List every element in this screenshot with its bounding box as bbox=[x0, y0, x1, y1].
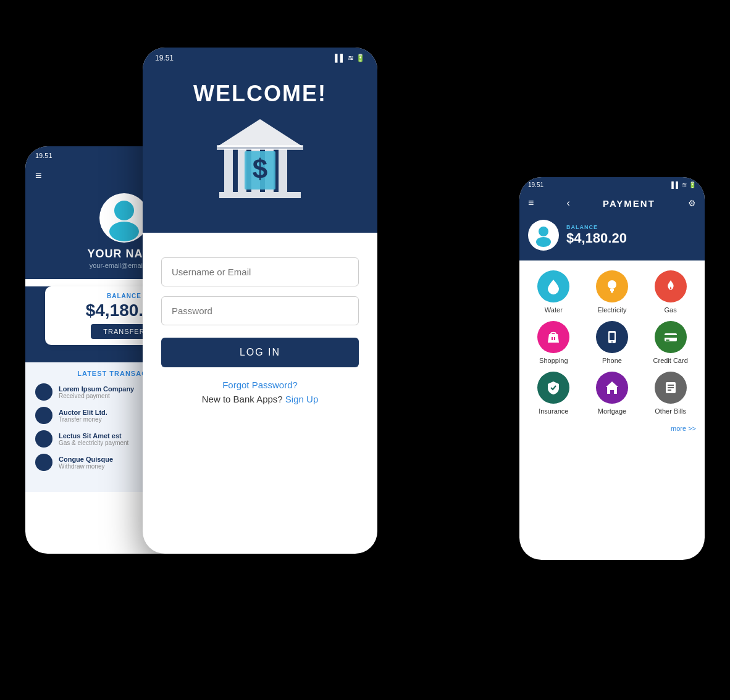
time-left: 19.51 bbox=[35, 152, 52, 159]
bank-icon: $ bbox=[211, 113, 309, 214]
more-link-right[interactable]: more >> bbox=[519, 425, 705, 438]
tx-dot bbox=[35, 454, 52, 471]
svg-rect-7 bbox=[279, 149, 287, 192]
phone-payment: 19.51 ▌▌ ≋ 🔋 ≡ ‹ PAYMENT ⚙ BALANCE $4,18… bbox=[519, 177, 705, 560]
avatar-left bbox=[99, 193, 149, 243]
balance-label-right: BALANCE bbox=[566, 224, 627, 230]
svg-rect-8 bbox=[219, 192, 301, 198]
svg-rect-16 bbox=[611, 291, 613, 293]
status-bar-right: 19.51 ▌▌ ≋ 🔋 bbox=[519, 177, 705, 193]
payment-title: PAYMENT bbox=[603, 198, 655, 209]
payment-item-insurance[interactable]: Insurance bbox=[526, 372, 582, 415]
payment-grid: Water Electricity bbox=[519, 260, 705, 425]
phone-login: 19.51 ▌▌ ≋ 🔋 WELCOME! bbox=[143, 48, 377, 554]
svg-point-21 bbox=[611, 341, 613, 343]
svg-rect-20 bbox=[610, 333, 615, 340]
credit-card-label: Credit Card bbox=[653, 357, 688, 364]
phone-icon bbox=[596, 321, 628, 353]
payment-item-water[interactable]: Water bbox=[526, 270, 582, 314]
svg-marker-25 bbox=[606, 381, 618, 387]
gear-icon-right[interactable]: ⚙ bbox=[688, 198, 696, 208]
insurance-label: Insurance bbox=[539, 407, 568, 415]
new-to-bank-text: New to Bank Apps? bbox=[202, 394, 283, 404]
tx-dot bbox=[35, 407, 52, 424]
svg-rect-27 bbox=[610, 390, 614, 394]
payment-item-phone[interactable]: Phone bbox=[584, 321, 640, 364]
time-center: 19.51 bbox=[155, 54, 174, 62]
svg-rect-18 bbox=[554, 337, 555, 340]
back-icon[interactable]: ‹ bbox=[567, 198, 570, 209]
water-icon bbox=[537, 270, 569, 302]
mortgage-icon bbox=[596, 372, 628, 404]
welcome-header: WELCOME! $ bbox=[143, 69, 377, 233]
svg-point-1 bbox=[109, 222, 139, 241]
svg-rect-17 bbox=[552, 337, 553, 340]
svg-text:$: $ bbox=[253, 154, 267, 184]
mortgage-label: Mortgage bbox=[598, 407, 626, 415]
svg-point-14 bbox=[608, 280, 616, 289]
svg-rect-3 bbox=[224, 149, 233, 192]
signup-link[interactable]: Sign Up bbox=[285, 394, 318, 404]
tx-dot bbox=[35, 430, 52, 448]
electricity-icon bbox=[596, 270, 628, 302]
payment-item-shopping[interactable]: Shopping bbox=[526, 321, 582, 364]
svg-point-13 bbox=[536, 237, 551, 247]
svg-rect-23 bbox=[665, 335, 677, 338]
svg-rect-24 bbox=[666, 340, 669, 341]
hamburger-icon[interactable]: ≡ bbox=[35, 169, 42, 182]
svg-point-12 bbox=[539, 227, 548, 236]
payment-nav: ≡ ‹ PAYMENT ⚙ bbox=[519, 193, 705, 214]
gas-label: Gas bbox=[665, 306, 677, 314]
payment-balance-header: BALANCE $4,180.20 bbox=[519, 214, 705, 260]
svg-point-0 bbox=[114, 201, 134, 220]
forgot-password-link[interactable]: Forgot Password? bbox=[161, 380, 359, 390]
svg-rect-11 bbox=[217, 145, 303, 150]
payment-item-electricity[interactable]: Electricity bbox=[584, 270, 640, 314]
credit-card-icon bbox=[655, 321, 687, 353]
svg-marker-2 bbox=[217, 119, 303, 147]
water-label: Water bbox=[545, 306, 563, 314]
login-body: LOG IN Forgot Password? New to Bank Apps… bbox=[143, 233, 377, 423]
signal-right: ▌▌ ≋ 🔋 bbox=[671, 181, 696, 188]
signup-text: New to Bank Apps? Sign Up bbox=[161, 394, 359, 404]
payment-item-mortgage[interactable]: Mortgage bbox=[584, 372, 640, 415]
hamburger-icon-right[interactable]: ≡ bbox=[528, 198, 534, 209]
svg-rect-30 bbox=[668, 387, 674, 388]
time-right: 19.51 bbox=[528, 181, 543, 188]
other-bills-icon bbox=[655, 372, 687, 404]
payment-item-credit-card[interactable]: Credit Card bbox=[642, 321, 699, 364]
electricity-label: Electricity bbox=[597, 306, 626, 314]
tx-dot bbox=[35, 383, 52, 401]
login-button[interactable]: LOG IN bbox=[161, 338, 359, 367]
signal-center: ▌▌ ≋ 🔋 bbox=[335, 54, 365, 62]
password-input[interactable] bbox=[161, 296, 359, 325]
welcome-title: WELCOME! bbox=[193, 81, 327, 107]
payment-item-gas[interactable]: Gas bbox=[642, 270, 699, 314]
payment-item-other-bills[interactable]: Other Bills bbox=[642, 372, 699, 415]
status-bar-center: 19.51 ▌▌ ≋ 🔋 bbox=[143, 48, 377, 69]
shopping-icon bbox=[537, 321, 569, 353]
svg-rect-31 bbox=[668, 390, 671, 391]
insurance-icon bbox=[537, 372, 569, 404]
gas-icon bbox=[655, 270, 687, 302]
svg-rect-15 bbox=[610, 289, 614, 291]
scene: 19.51 ▌▌ ≋ 🔋 ≡ ⚙ YOUR NAME your-email@em… bbox=[25, 23, 705, 677]
shopping-label: Shopping bbox=[539, 357, 568, 364]
payment-balance-info: BALANCE $4,180.20 bbox=[566, 224, 627, 246]
avatar-right bbox=[528, 220, 559, 251]
svg-rect-29 bbox=[668, 385, 674, 386]
username-input[interactable] bbox=[161, 257, 359, 286]
other-bills-label: Other Bills bbox=[655, 407, 686, 415]
balance-amount-right: $4,180.20 bbox=[566, 230, 627, 246]
phone-label: Phone bbox=[602, 357, 622, 364]
